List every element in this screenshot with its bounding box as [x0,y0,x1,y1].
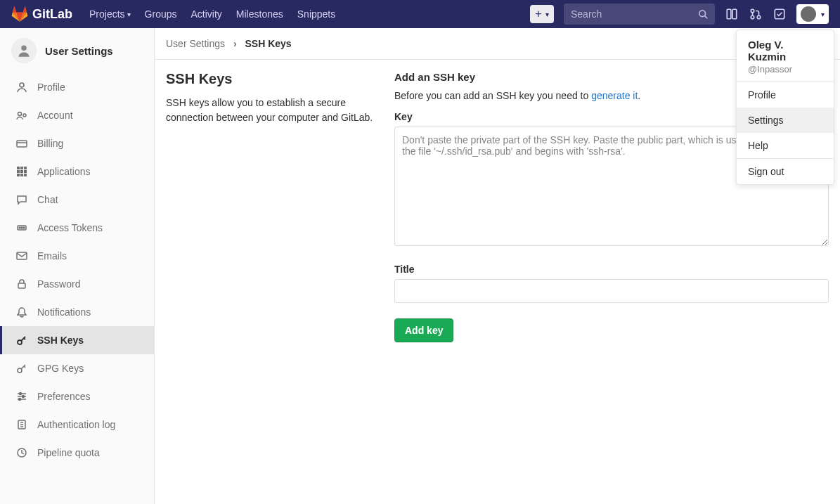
top-navbar: GitLab Projects▾ Groups Activity Milesto… [0,0,840,28]
generate-link[interactable]: generate it [591,90,638,101]
svg-rect-16 [24,167,27,169]
user-dropdown: Oleg V. Kuzmin @Inpassor Profile Setting… [736,30,834,185]
dropdown-signout[interactable]: Sign out [737,159,834,184]
chevron-down-icon: ▾ [821,11,825,18]
svg-rect-14 [17,167,20,169]
title-input[interactable] [394,279,829,303]
applications-icon [16,166,27,177]
svg-rect-17 [17,170,20,173]
svg-point-36 [19,399,21,401]
svg-rect-19 [24,170,27,173]
token-icon [16,222,27,233]
key-icon [16,335,27,346]
svg-point-34 [20,393,22,395]
email-icon [16,250,27,261]
dropdown-help[interactable]: Help [737,133,834,158]
svg-point-9 [20,83,24,87]
todos-icon[interactable] [773,7,787,21]
svg-rect-18 [20,170,23,173]
sidebar-item-access-tokens[interactable]: Access Tokens [0,214,154,242]
dropdown-handle: @Inpassor [748,64,822,75]
svg-point-35 [22,396,25,398]
svg-point-0 [699,11,706,17]
add-key-button[interactable]: Add key [394,318,453,342]
dropdown-header: Oleg V. Kuzmin @Inpassor [737,30,834,82]
svg-point-11 [23,114,26,117]
svg-rect-3 [732,9,737,19]
sidebar-header: User Settings [0,28,154,73]
search-input[interactable] [571,8,698,20]
svg-point-25 [21,227,22,228]
sidebar-item-account[interactable]: Account [0,101,154,129]
svg-rect-12 [17,141,27,147]
sidebar: User Settings Profile Account Billing Ap… [0,28,155,504]
dropdown-settings[interactable]: Settings [737,108,834,133]
svg-point-8 [21,46,27,51]
sidebar-item-ssh-keys[interactable]: SSH Keys [0,326,154,354]
svg-rect-15 [20,167,23,169]
nav-links: Projects▾ Groups Activity Milestones Sni… [89,8,335,20]
search-icon [698,9,708,19]
chevron-down-icon: ▾ [127,11,131,18]
search-box[interactable] [564,4,715,25]
svg-rect-28 [18,283,25,288]
navbar-right: + ▾ ▾ [530,4,829,25]
svg-rect-21 [20,174,23,176]
svg-line-1 [705,16,708,19]
crumb-parent[interactable]: User Settings [166,38,225,49]
issues-icon[interactable] [725,7,739,21]
dropdown-username: Oleg V. Kuzmin [748,39,822,63]
log-icon [16,419,27,430]
page-title: SSH Keys [166,71,380,87]
svg-rect-2 [727,9,731,19]
gitlab-icon [11,6,28,22]
nav-snippets[interactable]: Snippets [297,8,335,20]
svg-rect-20 [17,174,20,176]
profile-icon [16,82,27,93]
sidebar-item-auth-log[interactable]: Authentication log [0,411,154,439]
user-icon [11,38,37,63]
page-description: SSH keys allow you to establish a secure… [166,96,380,125]
sidebar-item-pipeline-quota[interactable]: Pipeline quota [0,439,154,467]
sidebar-item-chat[interactable]: Chat [0,186,154,214]
brand-logo[interactable]: GitLab [11,6,72,22]
crumb-current: SSH Keys [245,38,292,49]
account-icon [16,110,27,121]
sidebar-item-gpg-keys[interactable]: GPG Keys [0,354,154,382]
plus-icon: + [535,8,541,20]
bell-icon [16,306,27,318]
svg-point-24 [19,227,20,228]
dropdown-profile[interactable]: Profile [737,82,834,108]
section-intro: SSH Keys SSH keys allow you to establish… [166,71,394,342]
svg-point-6 [757,15,761,19]
lock-icon [16,278,27,290]
svg-rect-22 [24,174,27,176]
sidebar-title: User Settings [45,45,113,57]
nav-groups[interactable]: Groups [145,8,177,20]
svg-point-5 [751,15,754,19]
billing-icon [16,138,27,149]
sidebar-item-password[interactable]: Password [0,270,154,298]
svg-rect-27 [17,252,27,259]
brand-text: GitLab [32,7,72,22]
title-label: Title [394,264,829,275]
svg-point-26 [23,227,25,228]
content-area: User Settings › SSH Keys SSH Keys SSH ke… [155,28,840,504]
sidebar-item-preferences[interactable]: Preferences [0,382,154,411]
nav-milestones[interactable]: Milestones [236,8,283,20]
new-dropdown[interactable]: + ▾ [530,5,554,23]
sidebar-item-profile[interactable]: Profile [0,73,154,101]
chevron-down-icon: ▾ [545,11,549,18]
avatar [801,6,816,22]
sidebar-item-billing[interactable]: Billing [0,129,154,157]
chat-icon [16,194,27,205]
sidebar-item-applications[interactable]: Applications [0,157,154,186]
key-icon [16,363,27,374]
sidebar-item-notifications[interactable]: Notifications [0,298,154,326]
nav-projects[interactable]: Projects▾ [89,8,131,20]
sidebar-item-emails[interactable]: Emails [0,242,154,270]
svg-point-10 [18,112,22,116]
merge-requests-icon[interactable] [749,7,763,21]
nav-activity[interactable]: Activity [191,8,222,20]
user-menu-toggle[interactable]: ▾ [796,4,829,24]
